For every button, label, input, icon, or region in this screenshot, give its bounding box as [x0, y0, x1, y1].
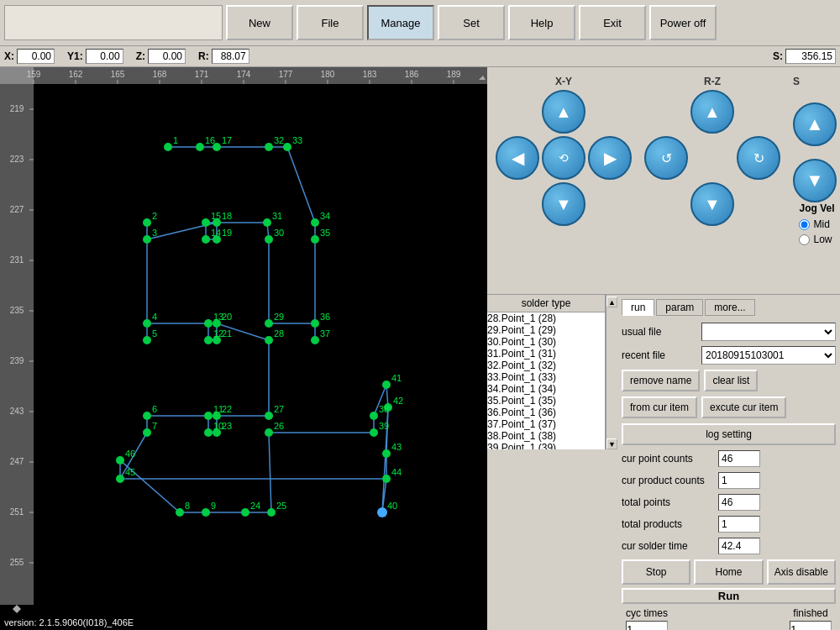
excute-cur-item-button[interactable]: excute cur item	[701, 396, 786, 418]
recent-file-select[interactable]: 20180915103001	[701, 346, 836, 365]
xy-jog: X-Y ▲ ◀ ⟲ ▶ ▼	[491, 71, 636, 290]
list-item-38[interactable]: 38.Point_1 (38)	[487, 430, 605, 442]
s-jog-controls: S ▲ ▼	[793, 76, 837, 202]
rz-up-button[interactable]: ▲	[690, 90, 734, 134]
list-item-29[interactable]: 29.Point_1 (29)	[487, 324, 605, 336]
total-products-row: total products	[622, 516, 836, 533]
solder-list-header: solder type	[487, 295, 605, 312]
scroll-down-button[interactable]: ▼	[606, 438, 617, 449]
xy-left-button[interactable]: ◀	[496, 136, 539, 180]
xy-empty-tr	[588, 90, 632, 134]
list-item-31[interactable]: 31.Point_1 (31)	[487, 348, 605, 360]
xy-empty-br	[588, 182, 632, 226]
cur-solder-time-value[interactable]	[718, 538, 760, 554]
total-products-label: total products	[622, 518, 714, 530]
cyc-times-value[interactable]	[626, 621, 668, 630]
from-excute-row: from cur item excute cur item	[622, 396, 836, 418]
xy-jog-grid: ▲ ◀ ⟲ ▶ ▼	[496, 90, 632, 226]
clear-list-button[interactable]: clear list	[704, 370, 758, 391]
new-button[interactable]: New	[226, 5, 293, 40]
vel-low-label: Low	[813, 234, 832, 245]
axis-disable-button[interactable]: Axis disable	[767, 559, 836, 585]
tab-run[interactable]: run	[622, 299, 654, 316]
solder-list-container: solder type 28.Point_1 (28)29.Point_1 (2…	[487, 295, 606, 449]
main-area: version: 2.1.5.9060(I018)_406E X-Y ▲ ◀ ⟲…	[0, 67, 840, 630]
scroll-up-button[interactable]: ▲	[606, 297, 617, 307]
file-button[interactable]: File	[297, 5, 364, 40]
total-points-row: total points	[622, 494, 836, 511]
finished-label: finished	[793, 607, 827, 619]
cyc-times-label: cyc times	[626, 607, 668, 619]
power-off-button[interactable]: Power off	[649, 5, 717, 40]
list-item-32[interactable]: 32.Point_1 (32)	[487, 360, 605, 371]
remove-clear-row: remove name clear list	[622, 370, 836, 391]
list-item-34[interactable]: 34.Point_1 (34)	[487, 383, 605, 395]
x-label: X:	[4, 50, 14, 62]
xy-center-button[interactable]: ⟲	[542, 136, 585, 180]
usual-file-select[interactable]	[701, 323, 836, 341]
total-points-value[interactable]	[718, 494, 760, 511]
vel-low-radio[interactable]	[799, 234, 810, 245]
set-button[interactable]: Set	[438, 5, 505, 40]
s-down-button[interactable]: ▼	[793, 159, 837, 202]
total-products-value[interactable]	[718, 516, 760, 533]
top-bar: New File Manage Set Help Exit Power off	[0, 0, 840, 46]
list-item-35[interactable]: 35.Point_1 (35)	[487, 395, 605, 407]
list-item-28[interactable]: 28.Point_1 (28)	[487, 312, 605, 324]
total-points-label: total points	[622, 496, 714, 508]
xy-label: X-Y	[555, 76, 572, 87]
cyc-times-item: cyc times	[626, 607, 668, 630]
usual-file-label: usual file	[622, 326, 697, 338]
cur-point-value[interactable]	[718, 450, 760, 467]
rz-empty-bl	[644, 182, 688, 226]
jog-area: X-Y ▲ ◀ ⟲ ▶ ▼ R-Z ▲	[487, 67, 840, 294]
xy-empty-bl	[496, 182, 539, 226]
cur-product-value[interactable]	[718, 472, 760, 489]
list-item-36[interactable]: 36.Point_1 (36)	[487, 407, 605, 418]
home-button[interactable]: Home	[694, 559, 763, 585]
manage-button[interactable]: Manage	[367, 5, 434, 40]
r-value: 88.07	[212, 49, 249, 64]
help-button[interactable]: Help	[508, 5, 575, 40]
xy-up-button[interactable]: ▲	[542, 90, 585, 134]
from-cur-item-button[interactable]: from cur item	[622, 396, 697, 418]
s-up-button[interactable]: ▲	[793, 102, 837, 146]
finished-item: finished	[790, 607, 832, 630]
remove-name-button[interactable]: remove name	[622, 370, 700, 391]
xy-right-button[interactable]: ▶	[588, 136, 632, 180]
rz-ccw-button[interactable]: ↺	[644, 136, 688, 180]
cur-product-row: cur product counts	[622, 472, 836, 489]
rz-jog-grid: ▲ ↺ ↻ ▼	[644, 90, 780, 226]
recent-file-row: recent file 20180915103001	[622, 346, 836, 365]
stop-button[interactable]: Stop	[622, 559, 690, 585]
solder-scrollbar[interactable]: ▲ ▼	[606, 295, 617, 449]
rz-empty-tl	[644, 90, 688, 134]
solder-list-inner[interactable]: 28.Point_1 (28)29.Point_1 (29)30.Point_1…	[487, 312, 605, 449]
list-item-33[interactable]: 33.Point_1 (33)	[487, 371, 605, 383]
list-item-37[interactable]: 37.Point_1 (37)	[487, 418, 605, 430]
rz-cw-button[interactable]: ↻	[737, 136, 780, 180]
cur-point-row: cur point counts	[622, 450, 836, 467]
rz-empty-br	[737, 182, 780, 226]
usual-file-row: usual file	[622, 323, 836, 341]
list-item-30[interactable]: 30.Point_1 (30)	[487, 336, 605, 348]
log-setting-button[interactable]: log setting	[622, 423, 836, 445]
exit-button[interactable]: Exit	[579, 5, 646, 40]
s-jog: S ▲ ▼ Jog Vel Mid Low	[789, 71, 840, 290]
cur-product-label: cur product counts	[622, 475, 714, 486]
action-buttons: Stop Home Axis disable	[622, 559, 836, 585]
s-jog-buttons: ▲ ▼	[793, 90, 837, 202]
cur-point-label: cur point counts	[622, 453, 714, 465]
vel-mid-row: Mid	[799, 218, 834, 230]
finished-value[interactable]	[790, 621, 832, 630]
tab-row: run param more...	[622, 299, 836, 316]
rz-down-button[interactable]: ▼	[690, 182, 734, 226]
run-button[interactable]: Run	[622, 588, 836, 604]
xy-down-button[interactable]: ▼	[542, 182, 585, 226]
tab-more[interactable]: more...	[705, 299, 754, 316]
cur-solder-time-row: cur solder time	[622, 538, 836, 554]
tab-param[interactable]: param	[656, 299, 703, 316]
z-value: 0.00	[148, 49, 186, 64]
list-item-39[interactable]: 39.Point_1 (39)	[487, 442, 605, 449]
vel-mid-radio[interactable]	[799, 219, 810, 230]
